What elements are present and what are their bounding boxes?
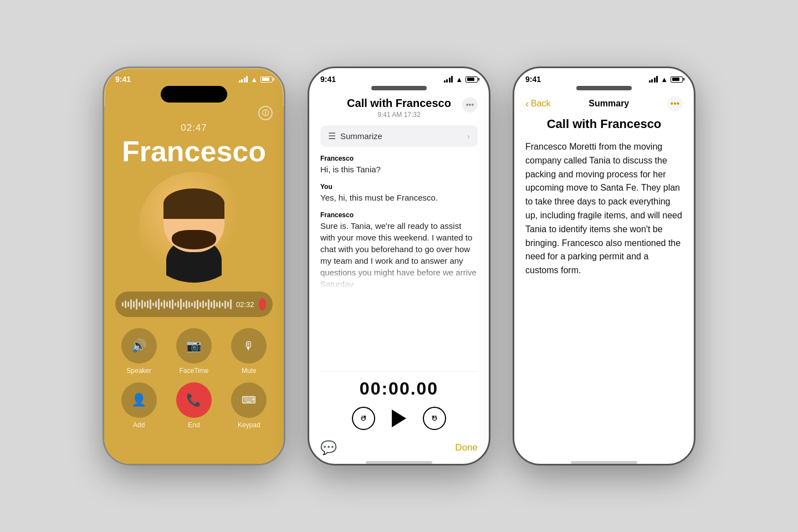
summary-call-title: Call with Francesco xyxy=(525,117,683,131)
back-label: Back xyxy=(531,99,551,109)
speaker-name-1: Francesco xyxy=(320,155,478,162)
status-icons-2: ▲ xyxy=(444,75,478,84)
caller-name: Francesco xyxy=(122,136,266,167)
call-title-section: Call with Francesco 9:41 AM 17:32 ••• xyxy=(320,93,478,125)
chevron-right-icon: › xyxy=(467,132,470,141)
home-indicator-3 xyxy=(571,461,637,464)
phone-3: 9:41 ▲ ‹ Back Summary ••• Call with Fran… xyxy=(513,66,695,466)
end-label: End xyxy=(188,421,200,429)
speaker-text-1: Hi, is this Tania? xyxy=(320,163,478,175)
summarize-label: Summarize xyxy=(340,131,382,141)
back-button[interactable]: ‹ Back xyxy=(525,98,551,110)
mute-icon: 🎙 xyxy=(231,328,267,364)
record-dot xyxy=(259,298,266,310)
notch-pill-2 xyxy=(371,86,427,90)
facetime-label: FaceTime xyxy=(180,367,209,375)
add-button[interactable]: 👤 Add xyxy=(115,382,162,429)
info-icon[interactable]: ⓘ xyxy=(258,106,273,120)
status-bar-2: 9:41 ▲ xyxy=(309,68,489,86)
transcript-block-3: Francesco Sure is. Tania, we're all read… xyxy=(320,211,478,290)
rewind-label: 15 xyxy=(361,415,366,419)
speaker-name-2: You xyxy=(320,183,478,191)
recording-time: 02:32 xyxy=(236,300,254,309)
status-time-2: 9:41 xyxy=(320,75,336,84)
mute-button[interactable]: 🎙 Mute xyxy=(226,328,273,375)
signal-icon-2 xyxy=(444,76,453,83)
speaker-button[interactable]: 🔊 Speaker xyxy=(115,328,162,375)
call-controls: 🔊 Speaker 📷 FaceTime 🎙 Mute 👤 Add 📞 End … xyxy=(115,328,273,429)
summary-nav: ‹ Back Summary ••• xyxy=(525,93,683,117)
more-button-2[interactable]: ••• xyxy=(462,97,478,112)
speaker-label: Speaker xyxy=(126,367,151,375)
summary-nav-title: Summary xyxy=(589,99,629,109)
signal-icon-1 xyxy=(239,76,248,83)
speaker-text-2: Yes, hi, this must be Francesco. xyxy=(320,192,478,203)
battery-icon-1 xyxy=(260,76,273,83)
status-time-1: 9:41 xyxy=(115,75,131,84)
keypad-button[interactable]: ⌨ Keypad xyxy=(226,382,273,429)
wifi-icon-1: ▲ xyxy=(250,75,258,84)
mute-label: Mute xyxy=(242,367,257,375)
transcript-chat-icon: 💬 xyxy=(320,440,337,456)
status-icons-3: ▲ xyxy=(649,75,683,84)
facetime-icon: 📷 xyxy=(176,328,212,364)
status-bar-1: 9:41 ▲ xyxy=(104,68,284,86)
back-chevron-icon: ‹ xyxy=(525,98,529,110)
transcript-block-1: Francesco Hi, is this Tania? xyxy=(320,155,478,175)
phone-2: 9:41 ▲ Call with Francesco 9:41 AM 17:32… xyxy=(308,66,490,466)
keypad-icon: ⌨ xyxy=(231,382,267,418)
keypad-label: Keypad xyxy=(238,421,260,429)
signal-icon-3 xyxy=(649,76,658,83)
end-button[interactable]: 📞 End xyxy=(170,382,217,429)
speaker-icon: 🔊 xyxy=(121,328,157,364)
status-icons-1: ▲ xyxy=(239,75,273,84)
playback-time: 00:00.00 xyxy=(320,378,478,399)
rewind-button[interactable]: ↺ 15 xyxy=(352,407,375,430)
transcript-screen: Call with Francesco 9:41 AM 17:32 ••• ☰ … xyxy=(309,93,489,458)
forward-button[interactable]: ↻ 15 xyxy=(423,407,446,430)
waveform xyxy=(122,298,232,311)
call-screen: ⓘ 02:47 Francesco xyxy=(104,106,284,466)
playback-section: 00:00.00 ↺ 15 ↻ 15 xyxy=(320,371,478,434)
summarize-icon: ☰ xyxy=(328,131,336,141)
facetime-button[interactable]: 📷 FaceTime xyxy=(170,328,217,375)
speaker-text-3: Sure is. Tania, we're all ready to assis… xyxy=(320,220,478,290)
transcript-subtitle: 9:41 AM 17:32 xyxy=(320,111,478,119)
status-time-3: 9:41 xyxy=(525,75,541,84)
wifi-icon-2: ▲ xyxy=(456,75,463,84)
forward-label: 15 xyxy=(432,415,437,419)
add-label: Add xyxy=(133,421,145,429)
playback-controls: ↺ 15 ↻ 15 xyxy=(320,407,478,430)
summary-screen: ‹ Back Summary ••• Call with Francesco F… xyxy=(514,93,694,458)
recording-bar: 02:32 xyxy=(115,291,273,317)
phone-1: 9:41 ▲ ⓘ 02:47 Francesco xyxy=(103,66,285,466)
home-indicator-2 xyxy=(366,461,432,464)
play-button[interactable] xyxy=(392,410,406,427)
status-bar-3: 9:41 ▲ xyxy=(514,68,694,86)
battery-icon-3 xyxy=(671,76,683,83)
call-timer: 02:47 xyxy=(181,122,207,134)
transcript-footer: 💬 Done xyxy=(320,434,478,458)
battery-icon-2 xyxy=(466,76,478,83)
notch-pill-3 xyxy=(576,86,632,90)
wifi-icon-3: ▲ xyxy=(661,75,668,84)
done-button[interactable]: Done xyxy=(455,442,478,453)
avatar xyxy=(139,172,249,283)
summarize-button[interactable]: ☰ Summarize › xyxy=(320,125,478,147)
transcript-call-title: Call with Francesco xyxy=(320,97,478,110)
add-icon: 👤 xyxy=(121,382,157,418)
end-icon: 📞 xyxy=(176,382,212,418)
transcript-block-2: You Yes, hi, this must be Francesco. xyxy=(320,183,478,203)
summary-body: Francesco Moretti from the moving compan… xyxy=(525,140,683,278)
summary-more-button[interactable]: ••• xyxy=(667,96,683,111)
dynamic-island-1 xyxy=(161,86,227,103)
speaker-name-3: Francesco xyxy=(320,211,478,219)
transcript-body: Francesco Hi, is this Tania? You Yes, hi… xyxy=(320,155,478,371)
